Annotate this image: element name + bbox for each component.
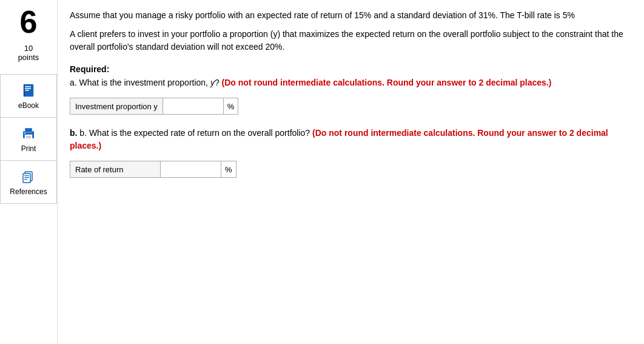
investment-proportion-label: Investment proportion y	[70, 98, 163, 115]
ebook-button[interactable]: eBook	[0, 74, 57, 117]
svg-rect-15	[24, 179, 27, 180]
part-a-highlight: (Do not round intermediate calculations.…	[222, 78, 552, 87]
svg-rect-3	[25, 90, 29, 91]
question-number: 6	[20, 6, 38, 38]
svg-rect-1	[25, 86, 31, 87]
svg-rect-12	[23, 174, 30, 183]
svg-rect-8	[26, 136, 31, 137]
required-label: Required:	[70, 64, 632, 74]
svg-rect-14	[24, 177, 29, 178]
italic-y: y	[210, 78, 215, 87]
client-text: A client prefers to invest in your portf…	[70, 28, 632, 53]
part-b-intro: b. What is the expected rate of return o…	[79, 128, 310, 138]
book-icon	[20, 82, 37, 99]
sidebar: 6 10 points eBook	[0, 0, 58, 344]
svg-rect-2	[25, 88, 31, 89]
svg-rect-13	[24, 175, 29, 176]
part-b-section: b. b. What is the expected rate of retur…	[70, 127, 632, 178]
points-label: 10 points	[18, 44, 39, 62]
copy-icon	[20, 168, 37, 185]
rate-of-return-unit: %	[221, 161, 236, 178]
print-button[interactable]: Print	[0, 117, 57, 160]
references-button[interactable]: References	[0, 160, 57, 204]
svg-rect-4	[24, 84, 25, 96]
svg-rect-7	[25, 135, 32, 140]
investment-proportion-input[interactable]	[163, 98, 224, 115]
sidebar-tools: eBook Print	[0, 74, 57, 204]
part-a-input-row: Investment proportion y %	[70, 98, 632, 115]
main-content: Assume that you manage a risky portfolio…	[58, 0, 644, 344]
references-label: References	[10, 187, 47, 196]
svg-rect-6	[25, 128, 32, 132]
svg-rect-9	[26, 138, 31, 138]
part-a-section: a. What is the investment proportion, y?…	[70, 76, 632, 115]
rate-of-return-input[interactable]	[161, 161, 221, 178]
print-icon	[20, 125, 37, 142]
part-b-input-row: Rate of return %	[70, 161, 632, 178]
part-a-question: a. What is the investment proportion, y?…	[70, 76, 632, 89]
part-b-question: b. b. What is the expected rate of retur…	[70, 127, 632, 152]
question-text: Assume that you manage a risky portfolio…	[70, 9, 632, 22]
rate-of-return-label: Rate of return	[70, 161, 161, 178]
part-b-bold: b.	[70, 128, 77, 138]
svg-point-10	[24, 133, 25, 134]
part-a-intro: a. What is the investment proportion, y?	[70, 78, 222, 87]
ebook-label: eBook	[18, 101, 39, 110]
investment-proportion-unit: %	[224, 98, 239, 115]
print-label: Print	[21, 144, 36, 153]
